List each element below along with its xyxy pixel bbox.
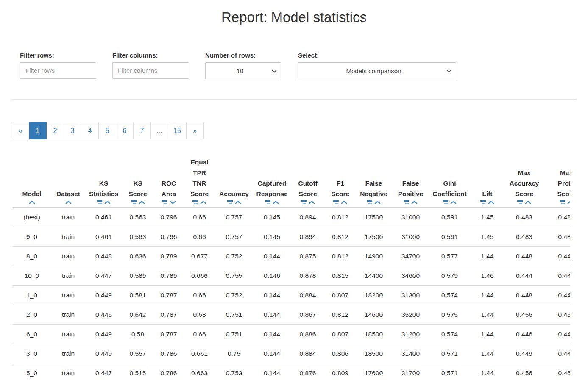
column-header-ks-statistics[interactable]: KSStatistics [86,157,122,208]
pagination-page-3[interactable]: 3 [64,122,81,139]
table-cell: 0.68 [184,305,215,325]
pagination-page-6[interactable]: 6 [116,122,134,139]
filter-columns-input[interactable] [112,62,189,79]
sort-controls [123,200,153,205]
table-cell: 0.144 [253,305,291,325]
table-cell: 0.812 [324,227,356,247]
model-cell: 6_0 [13,325,51,344]
column-header-dataset[interactable]: Dataset [51,157,86,208]
column-header-label: Positive [393,189,429,199]
section-divider [12,99,576,100]
column-header-captured-response[interactable]: CapturedResponse [253,157,291,208]
column-header-model[interactable]: Model [13,157,51,208]
model-cell: 9_0 [13,227,51,247]
model-cell: (best) [13,208,51,227]
table-cell: 0.884 [291,344,324,363]
table-cell: 0.144 [253,325,291,344]
table-cell: 0.456 [543,305,570,325]
sort-controls [155,200,182,205]
column-header-equal-tpr-tnr-score[interactable]: EqualTPRTNRScore [184,157,215,208]
table-cell: 0.786 [154,344,184,363]
column-header-f1-score[interactable]: F1Score [324,157,356,208]
table-cell: 0.456 [505,363,543,380]
table-cell: 0.446 [505,325,543,344]
column-header-label: TNR [185,178,214,189]
table-cell: 0.447 [86,363,122,380]
column-header-label: Profit [544,178,570,189]
table-cell: 0.806 [324,344,356,363]
pagination-page-15[interactable]: 15 [168,122,187,139]
pagination-page-7[interactable]: 7 [134,122,151,139]
sort-bars-icon [517,200,523,204]
sort-controls [293,200,323,205]
table-cell: 0.677 [184,247,215,266]
table-cell: 0.753 [215,363,253,380]
filter-rows-input[interactable] [20,62,96,79]
pagination-page-5[interactable]: 5 [99,122,116,139]
table-cell: 31300 [391,286,430,305]
column-header-label: Dataset [52,189,84,199]
column-header-max-profit-score[interactable]: MaxProfitScore [543,157,570,208]
table-cell: 18500 [356,344,391,363]
column-header-label: Statistics [87,189,120,199]
column-header-false-negative[interactable]: FalseNegative [356,157,391,208]
table-cell: 0.755 [215,266,253,286]
table-cell: 0.574 [430,325,469,344]
table-container: ModelDatasetKSStatisticsKSScoreROCAreaEq… [13,157,570,380]
table-cell: 1.45 [469,208,505,227]
pagination-next[interactable]: » [187,122,204,139]
sort-controls [254,200,290,205]
table-cell: 0.815 [324,266,356,286]
table-cell: 0.807 [324,286,356,305]
number-of-rows-select[interactable]: 10 [205,62,281,79]
number-of-rows-label: Number of rows: [205,52,281,59]
column-header-label: Score [544,189,570,199]
sort-chevron-up-icon [411,201,418,204]
column-header-max-accuracy-score[interactable]: MaxAccuracyScore [505,157,543,208]
model-cell: 3_0 [13,344,51,363]
table-cell: 18500 [356,325,391,344]
table-cell: 0.444 [543,266,570,286]
table-cell: 0.456 [505,305,543,325]
table-row: 1_0train0.4490.5810.7870.660.7520.1440.8… [13,286,570,305]
table-cell: 17500 [356,208,391,227]
report-select-group: Select: Models comparison [298,52,456,79]
sort-chevron-up-icon [450,201,457,204]
pagination-prev[interactable]: « [12,122,29,139]
pagination-page-4[interactable]: 4 [81,122,99,139]
pagination-page-1[interactable]: 1 [29,122,47,139]
column-header-lift[interactable]: Lift [469,157,505,208]
column-header-label: Coefficient [431,189,468,199]
model-statistics-table: ModelDatasetKSStatisticsKSScoreROCAreaEq… [13,157,570,380]
table-cell: 1.45 [469,227,505,247]
table-cell: 0.571 [430,344,469,363]
filter-rows-group: Filter rows: [20,52,96,79]
column-header-ks-score[interactable]: KSScore [122,157,154,208]
table-cell: 0.591 [430,208,469,227]
pagination-page-2[interactable]: 2 [47,122,64,139]
sort-controls [185,200,214,205]
table-cell: 0.789 [154,247,184,266]
column-header-label: KS [87,178,120,189]
column-header-cutoff-score[interactable]: CutoffScore [291,157,324,208]
model-cell: 1_0 [13,286,51,305]
column-header-roc-area[interactable]: ROCArea [154,157,184,208]
table-cell: 1.44 [469,363,505,380]
table-cell: 0.66 [184,325,215,344]
filter-rows-label: Filter rows: [20,52,96,59]
column-header-false-positive[interactable]: FalsePositive [391,157,430,208]
column-header-label: Negative [357,189,390,199]
table-row: 5_0train0.4470.5150.7860.6630.7530.1440.… [13,363,570,380]
column-header-gini-coefficient[interactable]: GiniCoefficient [430,157,469,208]
table-cell: 0.579 [430,266,469,286]
table-cell: 0.75 [215,344,253,363]
report-select[interactable]: Models comparison [298,62,456,79]
table-cell: 0.867 [291,305,324,325]
model-cell: 8_0 [13,247,51,266]
table-cell: 0.751 [215,305,253,325]
table-row: 2_0train0.4460.6420.7870.680.7510.1440.8… [13,305,570,325]
sort-bars-icon [560,200,566,204]
table-cell: 17600 [356,363,391,380]
table-cell: 1.44 [469,325,505,344]
column-header-accuracy[interactable]: Accuracy [215,157,253,208]
